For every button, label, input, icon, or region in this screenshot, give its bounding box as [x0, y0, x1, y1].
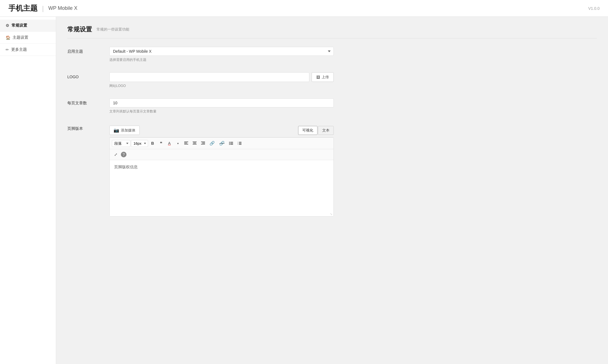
bold-button[interactable]: B: [149, 139, 156, 147]
main-layout: ⚙ 常规设置 🏠 主题设置 ✏ 更多主题 常规设置 常规的一些设置功能 启用主题…: [0, 17, 608, 364]
align-left-button[interactable]: [182, 139, 190, 147]
editor-top-bar: 📷 添加媒体 可视化 文本: [109, 124, 334, 137]
svg-point-12: [229, 142, 230, 143]
svg-rect-1: [184, 143, 187, 143]
logo-label: LOGO: [67, 72, 101, 79]
svg-rect-17: [230, 144, 233, 145]
ordered-list-button[interactable]: 1.2.3.: [236, 139, 243, 147]
image-icon: 🖼: [316, 75, 320, 79]
articles-label: 每页文章数: [67, 98, 101, 106]
logo-input-group: 🖼 上传: [109, 72, 334, 82]
sidebar-label-more: 更多主题: [11, 47, 27, 52]
media-icon: 📷: [114, 128, 119, 133]
header-divider: |: [42, 4, 44, 12]
svg-rect-21: [239, 143, 241, 144]
form-row-footer: 页脚版本 📷 添加媒体 可视化 文本: [67, 124, 597, 216]
enable-theme-select[interactable]: Default - WP Mobile X: [109, 47, 334, 56]
insert-link-button[interactable]: 🔗: [208, 139, 217, 147]
paragraph-select[interactable]: 段落标题1标题2标题3: [112, 140, 130, 147]
align-left-icon: [184, 142, 188, 145]
resize-handle[interactable]: ⤡: [330, 213, 332, 216]
page-title: 常规设置: [67, 25, 92, 34]
editor-content-text: 页脚版权信息: [114, 165, 138, 169]
form-row-articles: 每页文章数 10 文章列表默认每页显示文章数量: [67, 98, 597, 114]
enable-theme-hint: 选择需要启用的手机主题: [109, 57, 334, 62]
home-icon: 🏠: [6, 35, 10, 40]
svg-rect-8: [201, 142, 205, 142]
page-header: 常规设置 常规的一些设置功能: [67, 25, 597, 38]
articles-input[interactable]: 10: [109, 98, 334, 107]
add-media-label: 添加媒体: [121, 128, 135, 133]
align-right-icon: [201, 142, 205, 145]
svg-point-16: [229, 144, 230, 145]
app-title: 手机主题: [8, 3, 38, 13]
articles-control: 10 文章列表默认每页显示文章数量: [109, 98, 334, 114]
svg-rect-0: [184, 142, 188, 142]
svg-rect-13: [230, 142, 233, 142]
editor-content[interactable]: 页脚版权信息: [110, 160, 333, 216]
logo-input[interactable]: [109, 72, 309, 82]
logo-hint: 网站LOGO: [109, 84, 334, 88]
svg-rect-10: [201, 144, 205, 144]
pencil-icon: ✏: [6, 47, 9, 52]
editor-toolbar: 段落标题1标题2标题3 16px12px14px18px20px24px B ❝…: [110, 137, 333, 149]
svg-text:3.: 3.: [238, 144, 238, 145]
align-right-button[interactable]: [199, 139, 207, 147]
font-size-select[interactable]: 16px12px14px18px20px24px: [131, 140, 148, 147]
blockquote-button[interactable]: ❝: [157, 139, 165, 147]
svg-rect-15: [230, 143, 233, 144]
form-row-logo: LOGO 🖼 上传 网站LOGO: [67, 72, 597, 88]
svg-rect-19: [239, 142, 241, 142]
tab-text[interactable]: 文本: [318, 126, 334, 135]
main-content: 常规设置 常规的一些设置功能 启用主题 Default - WP Mobile …: [56, 17, 608, 364]
align-center-icon: [193, 142, 197, 145]
svg-point-14: [229, 143, 230, 144]
editor-top-bar-left: 📷 添加媒体: [109, 126, 140, 135]
editor-toolbar-row2: ⤢ ?: [110, 149, 333, 160]
help-button[interactable]: ?: [121, 152, 126, 157]
remove-link-button[interactable]: 🔗: [217, 139, 227, 147]
upload-button[interactable]: 🖼 上传: [312, 72, 334, 82]
sidebar-item-general[interactable]: ⚙ 常规设置: [0, 20, 56, 32]
enable-theme-control: Default - WP Mobile X 选择需要启用的手机主题: [109, 47, 334, 62]
sidebar: ⚙ 常规设置 🏠 主题设置 ✏ 更多主题: [0, 17, 56, 364]
header-left: 手机主题 | WP Mobile X: [8, 3, 77, 13]
editor-content-area: 页脚版权信息 ⤡: [110, 160, 333, 216]
app-subtitle: WP Mobile X: [48, 5, 77, 11]
svg-rect-9: [202, 143, 205, 143]
header: 手机主题 | WP Mobile X V1.0.0: [0, 0, 608, 17]
page-desc: 常规的一些设置功能: [96, 27, 129, 32]
fullscreen-button[interactable]: ⤢: [112, 151, 120, 158]
svg-rect-5: [193, 143, 196, 143]
add-media-button[interactable]: 📷 添加媒体: [109, 126, 140, 135]
svg-rect-2: [184, 144, 188, 144]
footer-label: 页脚版本: [67, 124, 101, 131]
logo-control: 🖼 上传 网站LOGO: [109, 72, 334, 88]
font-color-arrow[interactable]: ▾: [174, 139, 182, 147]
articles-hint: 文章列表默认每页显示文章数量: [109, 109, 334, 114]
unordered-list-button[interactable]: [227, 139, 235, 147]
gear-icon: ⚙: [6, 23, 9, 28]
enable-theme-label: 启用主题: [67, 47, 101, 54]
svg-rect-4: [193, 142, 197, 142]
sidebar-item-more[interactable]: ✏ 更多主题: [0, 44, 56, 56]
font-color-button[interactable]: A: [165, 139, 173, 147]
footer-control: 📷 添加媒体 可视化 文本 段落标题1标题2标题3 16px12px14px18: [109, 124, 334, 216]
form-row-enable-theme: 启用主题 Default - WP Mobile X 选择需要启用的手机主题: [67, 47, 597, 62]
editor-wrapper: 段落标题1标题2标题3 16px12px14px18px20px24px B ❝…: [109, 137, 334, 216]
sidebar-label-general: 常规设置: [11, 23, 27, 28]
editor-view-tabs: 可视化 文本: [298, 126, 334, 135]
tab-visual[interactable]: 可视化: [298, 126, 317, 135]
ol-icon: 1.2.3.: [238, 142, 241, 145]
ul-icon: [229, 142, 233, 145]
align-center-button[interactable]: [191, 139, 199, 147]
svg-rect-23: [239, 144, 241, 145]
svg-rect-6: [193, 144, 197, 144]
upload-label: 上传: [322, 75, 329, 80]
version-label: V1.0.0: [588, 6, 600, 11]
sidebar-label-theme: 主题设置: [13, 35, 28, 40]
sidebar-item-theme[interactable]: 🏠 主题设置: [0, 32, 56, 44]
